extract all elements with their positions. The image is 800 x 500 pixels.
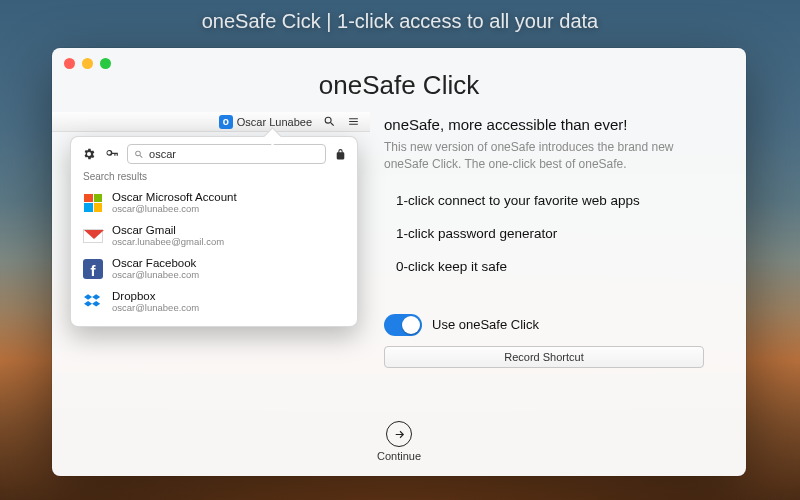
feature-bullets: 1-click connect to your favorite web app… [384,193,718,274]
feature-heading: oneSafe, more accessible than ever! [384,116,718,133]
item-subtitle: oscar@lunabee.com [112,204,237,214]
key-icon[interactable] [104,147,119,162]
menu-list-icon[interactable] [346,115,360,129]
list-item[interactable]: f Oscar Facebook oscar@lunabee.com [71,252,357,285]
menubar-app-item[interactable]: o Oscar Lunabee [219,115,312,129]
dropbox-icon [83,292,103,312]
results-list: Oscar Microsoft Account oscar@lunabee.co… [71,186,357,326]
window-footer: Continue [52,421,746,462]
record-shortcut-button[interactable]: Record Shortcut [384,346,704,368]
use-onesafe-click-toggle[interactable] [384,314,422,336]
close-icon[interactable] [64,58,75,69]
search-icon [134,149,144,160]
onboarding-window: oneSafe Click o Oscar Lunabee [52,48,746,476]
gmail-icon [83,226,103,246]
item-subtitle: oscar.lunabee@gmail.com [112,237,224,247]
feature-bullet: 1-click password generator [396,226,718,241]
menubar-username: Oscar Lunabee [237,116,312,128]
item-title: Oscar Gmail [112,224,224,237]
item-title: Dropbox [112,290,199,303]
lock-icon[interactable] [334,148,347,161]
desktop-background: oneSafe Cick | 1-click access to all you… [0,0,800,500]
search-input[interactable] [127,144,326,164]
feature-bullet: 0-click keep it safe [396,259,718,274]
minimize-icon[interactable] [82,58,93,69]
continue-label: Continue [377,450,421,462]
list-item[interactable]: Oscar Gmail oscar.lunabee@gmail.com [71,219,357,252]
window-traffic-lights[interactable] [64,58,111,69]
macos-menubar: o Oscar Lunabee [52,112,370,132]
page-title: oneSafe Click [52,70,746,101]
zoom-icon[interactable] [100,58,111,69]
item-title: Oscar Microsoft Account [112,191,237,204]
feature-subheading: This new version of oneSafe introduces t… [384,139,694,173]
item-subtitle: oscar@lunabee.com [112,270,199,280]
page-banner: oneSafe Cick | 1-click access to all you… [0,10,800,33]
list-item[interactable]: Dropbox oscar@lunabee.com [71,285,357,318]
item-subtitle: oscar@lunabee.com [112,303,199,313]
popover-toolbar [71,137,357,171]
search-popover: Search results Oscar Microsoft Account o… [70,136,358,327]
spotlight-icon[interactable] [322,115,336,129]
item-title: Oscar Facebook [112,257,199,270]
onesafe-menubar-icon: o [219,115,233,129]
continue-button[interactable] [386,421,412,447]
arrow-right-icon [393,428,406,441]
toggle-label: Use oneSafe Click [432,317,539,332]
results-header: Search results [71,171,357,186]
list-item[interactable]: Oscar Microsoft Account oscar@lunabee.co… [71,186,357,219]
feature-bullet: 1-click connect to your favorite web app… [396,193,718,208]
search-field[interactable] [149,148,319,160]
microsoft-icon [83,193,103,213]
gear-icon[interactable] [81,147,96,162]
facebook-icon: f [83,259,103,279]
